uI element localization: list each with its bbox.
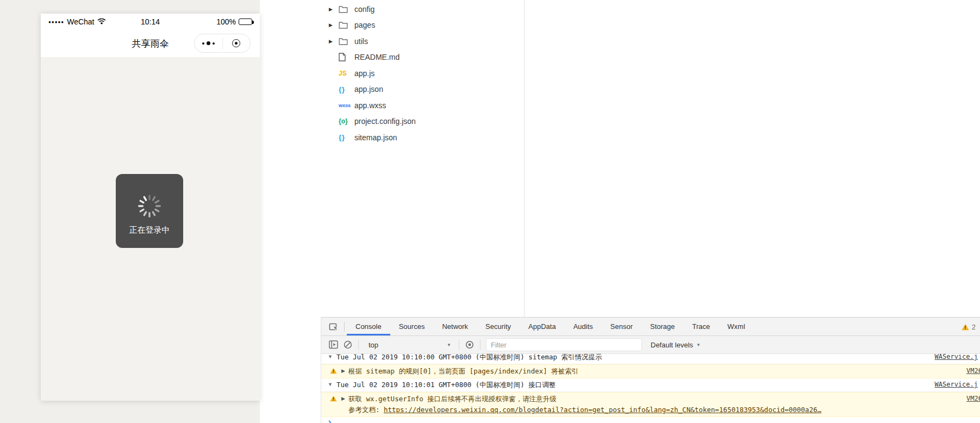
console-message-body: Tue Jul 02 2019 10:10:00 GMT+0800 (中国标准时… [336,354,929,362]
tab-security[interactable]: Security [477,318,520,335]
toolbar-divider [459,340,459,350]
console-message-body: Tue Jul 02 2019 10:10:01 GMT+0800 (中国标准时… [336,381,929,390]
console-messages: ▼ Tue Jul 02 2019 10:10:00 GMT+0800 (中国标… [321,354,980,423]
warning-summary[interactable]: 2 [962,318,976,336]
panel-divider[interactable] [524,0,525,317]
live-expression-button[interactable] [463,338,477,351]
console-source-link[interactable]: VM26 [961,395,980,402]
tree-item-label: app.json [354,85,383,94]
tree-item-label: config [354,5,374,14]
prompt-chevron-icon: ❯ [328,419,332,423]
tree-item-app-js[interactable]: JS app.js [321,65,524,82]
warning-count: 2 [972,323,976,331]
expand-arrow-icon[interactable]: ▶ [329,39,339,44]
capsule-buttons [194,34,251,53]
warning-icon [330,368,337,374]
tree-item-sitemap-json[interactable]: {} sitemap.json [321,129,524,146]
filter-input[interactable] [486,338,642,351]
tab-wxml[interactable]: Wxml [719,318,754,335]
clock: 10:14 [130,17,171,26]
console-source-link[interactable]: VM26 [961,367,980,375]
loading-toast: 正在登录中 [116,174,183,248]
expand-arrow-icon[interactable]: ▶ [329,22,339,28]
console-source-link[interactable]: WAService.j [929,381,978,388]
wxss-file-icon: wxss [339,103,351,108]
tree-item-config[interactable]: ▶ config [321,1,524,17]
devtools-panel: Console Sources Network Security AppData… [321,317,980,423]
doc-link[interactable]: https://developers.weixin.qq.com/blogdet… [384,406,821,414]
console-prompt[interactable]: ❯ [321,417,980,423]
log-levels-select[interactable]: Default levels ▼ [651,341,701,349]
sidebar-panel-icon [329,340,339,349]
phone-simulator: ●●●●● WeChat 10:14 100% [41,14,260,401]
console-message-body: 获取 wx.getUserInfo 接口后续将不再出现授权弹窗，请注意升级 参考… [348,395,961,415]
toolbar-divider [480,340,480,350]
battery-info: 100% [171,17,252,26]
console-source-link[interactable]: WAService.j [929,354,978,360]
more-button[interactable] [195,41,222,45]
tree-item-app-json[interactable]: {} app.json [321,82,524,98]
eye-icon [465,340,475,349]
mini-program-nav-bar: 共享雨伞 [41,30,260,57]
console-message-text: Tue Jul 02 2019 10:10:01 GMT+0800 (中国标准时… [336,381,555,389]
console-message-body: 根据 sitemap 的规则[0]，当前页面 [pages/index/inde… [348,367,961,376]
toolbar-divider [344,322,345,332]
wechat-devtools-window: ●●●●● WeChat 10:14 100% [0,0,980,423]
page-title: 共享雨伞 [132,38,169,50]
simulator-panel: ●●●●● WeChat 10:14 100% [0,0,260,423]
inspect-element-button[interactable] [326,318,342,335]
tab-sensor[interactable]: Sensor [602,318,641,335]
console-sidebar-toggle-button[interactable] [327,338,341,351]
tree-item-label: app.wxss [354,101,386,110]
tree-item-label: sitemap.json [354,133,397,142]
js-file-icon: JS [339,70,351,77]
expand-toggle-icon[interactable]: ▼ [328,354,333,359]
tree-item-label: app.js [354,69,374,78]
tree-item-pages[interactable]: ▶ pages [321,17,524,34]
folder-icon [339,5,351,13]
console-message-detail: 参考文档: https://developers.weixin.qq.com/b… [348,406,961,415]
tab-network[interactable]: Network [433,318,477,335]
tab-audits[interactable]: Audits [565,318,602,335]
loading-toast-text: 正在登录中 [129,225,170,235]
phone-status-bar: ●●●●● WeChat 10:14 100% [41,14,260,30]
battery-icon [239,18,252,25]
console-toolbar: top ▼ Default levels ▼ [321,336,980,354]
exit-icon [232,39,240,47]
file-explorer: ▶ config ▶ pages ▶ utils README.md JS ap… [321,0,524,317]
clear-console-button[interactable] [341,338,355,351]
json-file-icon: {} [339,133,351,141]
battery-percent: 100% [216,17,236,26]
console-message-text: 获取 wx.getUserInfo 接口后续将不再出现授权弹窗，请注意升级 [348,395,557,403]
doc-ref-label: 参考文档: [348,406,384,414]
console-row: ▼ Tue Jul 02 2019 10:10:00 GMT+0800 (中国标… [321,354,980,364]
tab-sources[interactable]: Sources [390,318,434,335]
tab-storage[interactable]: Storage [641,318,684,335]
folder-icon [339,38,351,45]
tree-item-project-config-json[interactable]: {o} project.config.json [321,114,524,130]
tab-trace[interactable]: Trace [684,318,719,335]
tree-item-label: project.config.json [354,117,416,126]
exit-button[interactable] [223,39,251,47]
console-row: ▶ 获取 wx.getUserInfo 接口后续将不再出现授权弹窗，请注意升级 … [321,392,980,417]
wifi-icon [97,18,106,25]
toolbar-divider [358,340,359,350]
console-message-text: 根据 sitemap 的规则[0]，当前页面 [pages/index/inde… [348,367,578,375]
expand-arrow-icon[interactable]: ▶ [329,7,339,12]
log-levels-value: Default levels [651,341,693,349]
execution-context-select[interactable]: top ▼ [362,338,455,351]
console-row: ▼ Tue Jul 02 2019 10:10:01 GMT+0800 (中国标… [321,378,980,392]
tree-item-utils[interactable]: ▶ utils [321,33,524,49]
expand-toggle-icon[interactable]: ▼ [328,382,333,387]
console-message-text: Tue Jul 02 2019 10:10:00 GMT+0800 (中国标准时… [336,354,602,361]
carrier-info: ●●●●● WeChat [48,17,130,26]
tab-appdata[interactable]: AppData [520,318,565,335]
tab-console[interactable]: Console [347,318,390,335]
expand-toggle-icon[interactable]: ▶ [341,396,345,401]
chevron-down-icon: ▼ [696,343,701,347]
clear-icon [344,340,352,349]
tree-item-readme-md[interactable]: README.md [321,49,524,66]
pjson-file-icon: {o} [339,117,351,125]
tree-item-app-wxss[interactable]: wxss app.wxss [321,97,524,114]
expand-toggle-icon[interactable]: ▶ [341,368,345,374]
